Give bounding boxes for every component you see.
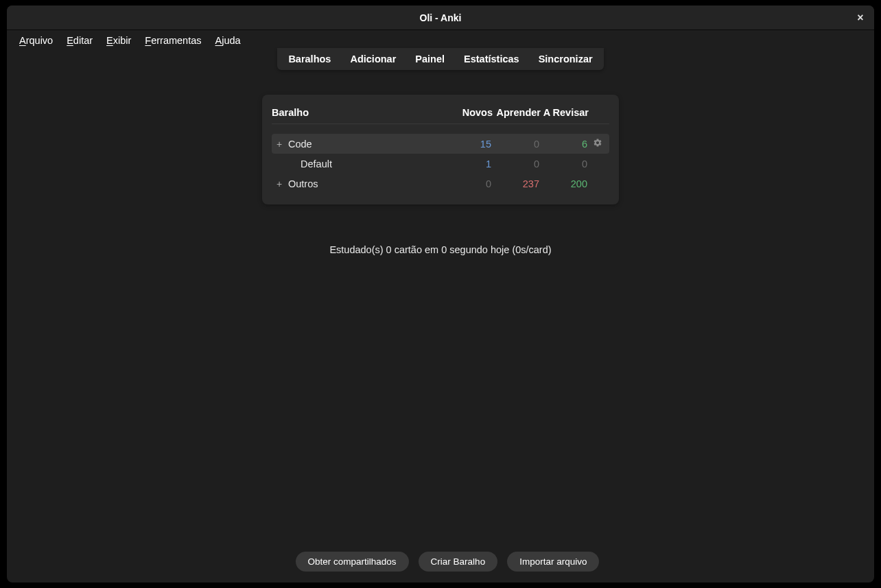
header-learn: Aprender [493, 107, 541, 118]
toolbar-stats[interactable]: Estatísticas [462, 52, 521, 66]
toolbar-inner: Baralhos Adicionar Painel Estatísticas S… [277, 48, 603, 70]
menu-help[interactable]: Ajuda [210, 33, 246, 48]
toolbar-add[interactable]: Adicionar [349, 52, 397, 66]
expand-toggle[interactable]: + [273, 139, 285, 150]
deck-due-count: 0 [539, 158, 587, 169]
menu-view[interactable]: Exibir [101, 33, 137, 48]
get-shared-button[interactable]: Obter compartilhados [296, 552, 409, 572]
app-window: Oli - Anki × Arquivo Editar Exibir Ferra… [7, 5, 874, 583]
deck-learn-count: 0 [491, 158, 539, 169]
study-status: Estudado(s) 0 cartão em 0 segundo hoje (… [329, 244, 551, 255]
toolbar-decks[interactable]: Baralhos [287, 52, 332, 66]
deck-new-count: 1 [443, 158, 491, 169]
deck-name[interactable]: Default [285, 158, 443, 169]
create-deck-button[interactable]: Criar Baralho [419, 552, 498, 572]
deck-new-count: 0 [443, 178, 491, 189]
deck-due-count: 6 [539, 139, 587, 150]
main-content: Baralho Novos Aprender A Revisar +Code15… [7, 70, 874, 552]
window-title: Oli - Anki [420, 12, 462, 23]
deck-new-count: 15 [443, 139, 491, 150]
deck-header-row: Baralho Novos Aprender A Revisar [272, 104, 609, 124]
toolbar-sync[interactable]: Sincronizar [537, 52, 594, 66]
deck-due-count: 200 [539, 178, 587, 189]
gear-icon[interactable] [593, 139, 602, 150]
close-icon[interactable]: × [854, 11, 867, 25]
deck-learn-count: 237 [491, 178, 539, 189]
deck-name[interactable]: Outros [285, 178, 443, 189]
bottombar: Obter compartilhados Criar Baralho Impor… [7, 552, 874, 583]
deck-row[interactable]: +Outros0237200 [272, 174, 609, 193]
import-file-button[interactable]: Importar arquivo [507, 552, 599, 572]
toolbar-browse[interactable]: Painel [414, 52, 446, 66]
menu-tools[interactable]: Ferramentas [139, 33, 207, 48]
header-due: A Revisar [541, 107, 589, 118]
deck-name[interactable]: Code [285, 139, 443, 150]
expand-toggle[interactable]: + [273, 178, 285, 189]
deck-row[interactable]: +Code1506 [272, 134, 609, 154]
titlebar: Oli - Anki × [7, 5, 874, 30]
deck-learn-count: 0 [491, 139, 539, 150]
header-new: Novos [445, 107, 493, 118]
toolbar: Baralhos Adicionar Painel Estatísticas S… [7, 48, 874, 70]
header-deck: Baralho [272, 107, 445, 118]
deck-row[interactable]: Default100 [272, 154, 609, 174]
deck-rows: +Code1506Default100+Outros0237200 [272, 134, 609, 193]
menu-edit[interactable]: Editar [61, 33, 98, 48]
menu-file[interactable]: Arquivo [14, 33, 58, 48]
deck-panel: Baralho Novos Aprender A Revisar +Code15… [262, 95, 619, 204]
